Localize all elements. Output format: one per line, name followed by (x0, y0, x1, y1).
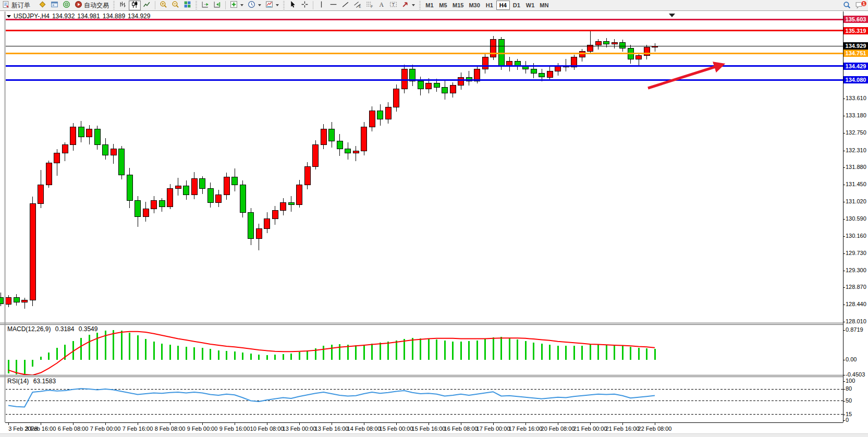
indicators-icon (230, 1, 238, 10)
macd-tick-label: 0.8719 (846, 326, 863, 333)
autotrading-button[interactable]: 自动交易 (72, 1, 111, 10)
shapes-button[interactable] (399, 1, 417, 10)
horizontal-line-button[interactable] (327, 1, 339, 10)
signals-button[interactable] (60, 1, 72, 10)
time-tick (429, 423, 429, 425)
time-tick (396, 423, 397, 425)
candlestick-chart-button[interactable] (129, 1, 141, 10)
auto-scroll-button[interactable] (199, 1, 211, 10)
macd-tick-label: -0.4503 (846, 371, 865, 378)
price-tick-label: 131.020 (846, 198, 866, 204)
macd-indicator-pane[interactable] (0, 324, 843, 375)
templates-button[interactable] (263, 1, 281, 10)
time-tick (41, 423, 41, 425)
text-button[interactable]: A (375, 1, 387, 10)
gold-diamond-icon (39, 1, 46, 10)
market-watch-button[interactable] (36, 1, 48, 10)
ohlc-low: 134.889 (103, 13, 125, 20)
line-chart-icon (143, 1, 151, 10)
zoom-out-button[interactable] (169, 1, 181, 10)
cursor-button[interactable] (287, 1, 299, 10)
timeframe-m30-button[interactable]: M30 (466, 1, 482, 10)
periods-icon (248, 1, 255, 10)
timeframe-h4-button[interactable]: H4 (496, 1, 510, 10)
timeframe-h1-button[interactable]: H1 (483, 1, 496, 10)
window-edge-line (5, 11, 6, 423)
line-chart-button[interactable] (141, 1, 153, 10)
toolbar-grip (195, 1, 197, 9)
zoom-in-icon (160, 1, 167, 10)
ohlc-high: 134.981 (77, 13, 100, 20)
timeframe-m15-button[interactable]: M15 (450, 1, 466, 10)
trend-arrow-annotation (648, 65, 722, 88)
timeframe-m1-button[interactable]: M1 (423, 1, 436, 10)
templates-icon (265, 1, 273, 10)
macd-tick (843, 360, 845, 360)
rsi-label: RSI(14) 63.1583 (7, 378, 56, 385)
price-tick (843, 185, 845, 185)
time-tick (364, 423, 364, 425)
timeframe-d1-button[interactable]: D1 (510, 1, 523, 10)
window-edge-line (4, 11, 5, 423)
rsi-tick (843, 420, 845, 421)
equidistant-channel-button[interactable]: E (351, 1, 363, 10)
crosshair-icon (301, 1, 309, 10)
toolbar-grip (113, 1, 115, 9)
timeframe-mn-button[interactable]: MN (537, 1, 551, 10)
svg-text:F: F (371, 5, 373, 8)
search-button[interactable] (841, 1, 853, 10)
price-tick-label: 132.310 (846, 147, 866, 153)
data-window-button[interactable] (48, 1, 60, 10)
macd-tick (843, 375, 845, 375)
time-tick (267, 423, 267, 425)
timeframe-w1-button[interactable]: W1 (523, 1, 537, 10)
indicators-button[interactable] (228, 1, 246, 10)
rsi-indicator-pane[interactable] (0, 377, 843, 422)
vertical-line-button[interactable] (315, 1, 327, 10)
tile-windows-button[interactable] (181, 1, 193, 10)
zoom-in-button[interactable] (157, 1, 169, 10)
chart-window[interactable]: USDJPY-,H4 134.932 134.981 134.889 134.9… (0, 11, 868, 437)
time-tick-label: 22 Feb 08:00 (633, 426, 677, 432)
time-axis-line (5, 422, 843, 423)
fibonacci-button[interactable]: F (363, 1, 375, 10)
price-level-badge: 134.929 (843, 42, 868, 50)
channel-icon: E (353, 1, 361, 10)
price-tick-label: 131.880 (846, 164, 866, 170)
price-tick-label: 131.450 (846, 181, 866, 187)
trendline-button[interactable] (339, 1, 351, 10)
price-tick-label: 129.300 (846, 267, 866, 273)
chart-shift-button[interactable] (211, 1, 223, 10)
bar-chart-button[interactable] (117, 1, 129, 10)
cursor-icon (289, 1, 297, 10)
periods-button[interactable] (246, 1, 263, 10)
data-window-icon (51, 1, 58, 10)
timeframe-m5-button[interactable]: M5 (436, 1, 450, 10)
chart-dropdown-caret[interactable] (7, 15, 11, 18)
time-axis[interactable]: 3 Feb 20233 Feb 16:006 Feb 08:007 Feb 00… (0, 422, 868, 433)
time-tick (332, 423, 332, 425)
text-icon: A (377, 1, 385, 10)
svg-text:T: T (392, 2, 395, 7)
bar-chart-icon (119, 1, 127, 10)
price-tick (843, 133, 845, 133)
text-label-button[interactable]: T (387, 1, 399, 10)
new-order-button[interactable]: 新订单 (0, 1, 32, 10)
main-toolbar: 新订单自动交易EFATM1M5M15M30H1H4D1W1MN1 (0, 0, 868, 11)
auto-scroll-icon (201, 1, 209, 10)
price-tick (843, 151, 845, 151)
toolbar-separator (313, 1, 313, 9)
price-tick-label: 133.610 (846, 95, 866, 101)
price-chart-pane[interactable] (0, 11, 843, 323)
time-tick (73, 423, 74, 425)
comments-button[interactable]: 1 (853, 1, 865, 10)
rsi-tick (843, 401, 845, 402)
price-level-badge: 135.603 (843, 16, 868, 23)
crosshair-button[interactable] (299, 1, 311, 10)
window-bottom-strip (0, 433, 868, 437)
notification-badge: 1 (861, 1, 867, 7)
price-tick (843, 253, 845, 254)
new-order-icon (2, 1, 10, 10)
shapes-icon (401, 1, 409, 10)
time-tick (138, 423, 138, 425)
